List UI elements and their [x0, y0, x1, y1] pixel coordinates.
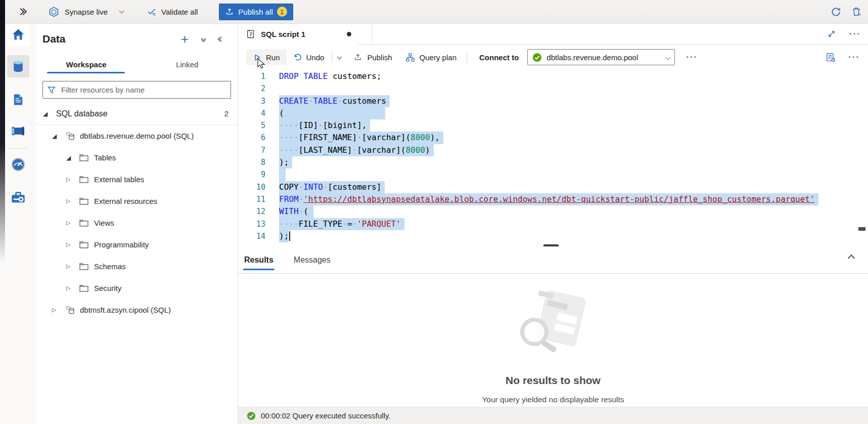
tree-item-programmability[interactable]: ▷Programmability: [36, 234, 238, 256]
query-plan-button[interactable]: Query plan: [405, 53, 456, 62]
line-number: 5: [238, 119, 265, 132]
tree-item-dbtmsft-azsyn-cipool-sql[interactable]: ▷dbtmsft.azsyn.cipool (SQL): [36, 299, 238, 321]
code-line-4[interactable]: 4(: [238, 107, 868, 119]
tree-item-external-resources[interactable]: ▷External resources: [36, 190, 238, 212]
synapse-studio-window: Synapse live Validate all Publish all 1: [0, 0, 868, 424]
expand-editor-icon[interactable]: [827, 29, 836, 38]
tree-item-views[interactable]: ▷Views: [36, 212, 238, 234]
line-number: 13: [238, 218, 265, 230]
tree-item-schemas[interactable]: ▷Schemas: [36, 256, 238, 277]
publish-all-icon: [225, 7, 234, 16]
tree-item-sql-database[interactable]: ◢SQL database2: [36, 103, 238, 125]
code-line-7[interactable]: 7····[LAST_NAME]·[varchar](8000): [238, 144, 868, 156]
tree-item-label: Tables: [94, 153, 116, 162]
code-line-text: FROM·'https://dbtlabsynapsedatalake.blob…: [279, 193, 818, 205]
collapse-all-icon[interactable]: [202, 36, 205, 41]
discard-trash-icon[interactable]: [851, 6, 862, 17]
top-command-bar: Synapse live Validate all Publish all 1: [0, 0, 868, 24]
code-line-11[interactable]: 11FROM·'https://dbtlabsynapsedatalake.bl…: [238, 193, 868, 205]
tab-linked[interactable]: Linked: [137, 55, 238, 73]
folder-icon: [79, 175, 90, 185]
nav-integrate[interactable]: [7, 120, 29, 142]
text-caret: [289, 231, 290, 241]
toolbar-more-icon[interactable]: ···: [686, 55, 698, 60]
validate-all-button[interactable]: Validate all: [147, 7, 198, 17]
expand-node-icon[interactable]: ▷: [52, 307, 65, 313]
line-number: 3: [238, 95, 265, 107]
publish-icon: [353, 53, 362, 62]
database-icon: [11, 59, 26, 74]
code-line-6[interactable]: 6····[FIRST_NAME]·[varchar](8000),: [238, 132, 868, 144]
nav-monitor[interactable]: [7, 153, 29, 176]
code-line-14[interactable]: 14);: [238, 230, 868, 242]
code-line-2[interactable]: 2: [238, 82, 868, 95]
expand-node-icon[interactable]: ▷: [66, 285, 79, 291]
tree-item-security[interactable]: ▷Security: [36, 277, 238, 299]
run-options-chevron-icon[interactable]: [337, 54, 342, 59]
mode-label: Synapse live: [65, 8, 108, 16]
collapse-node-icon[interactable]: ◢: [66, 154, 79, 161]
expand-menu-icon[interactable]: [18, 9, 26, 14]
expand-node-icon[interactable]: ▷: [66, 241, 79, 248]
code-line-8[interactable]: 8);: [238, 156, 868, 168]
editor-scrollbar-mark[interactable]: [858, 227, 865, 231]
code-line-9[interactable]: 9: [238, 168, 868, 181]
tab-workspace[interactable]: Workspace: [36, 55, 137, 73]
code-line-3[interactable]: 3CREATE·TABLE·customers: [238, 95, 868, 107]
code-line-12[interactable]: 12WITH·(: [238, 205, 868, 218]
view-settings-icon[interactable]: [825, 52, 836, 63]
undo-button[interactable]: Undo: [293, 53, 325, 62]
code-line-13[interactable]: 13····FILE_TYPE·=·'PARQUET': [238, 218, 868, 230]
add-resource-icon[interactable]: +: [181, 34, 189, 44]
code-line-5[interactable]: 5····[ID]·[bigint],: [238, 119, 868, 132]
status-message: 00:00:02 Query executed successfully.: [261, 411, 391, 420]
expand-node-icon[interactable]: ▷: [66, 198, 79, 204]
run-label: Run: [266, 53, 280, 62]
toolbox-icon: [11, 191, 26, 205]
code-line-1[interactable]: 1DROP TABLE customers;: [238, 70, 868, 82]
tab-sql-script-1[interactable]: SQL script 1: [238, 23, 372, 45]
empty-state-subtitle: Your query yielded no displayable result…: [238, 395, 868, 404]
sql-code-editor[interactable]: 1DROP TABLE customers;23CREATE·TABLE·cus…: [238, 69, 868, 248]
pool-select-dropdown[interactable]: dbtlabs.revenue.demo.pool: [527, 49, 675, 65]
mode-selector[interactable]: Synapse live: [48, 6, 123, 18]
navigation-rail: [0, 23, 36, 424]
expand-node-icon[interactable]: ▷: [66, 263, 79, 270]
mouse-cursor: [255, 58, 266, 70]
status-success-icon: [247, 411, 256, 420]
tab-messages[interactable]: Messages: [293, 246, 332, 273]
folder-icon: [79, 196, 90, 206]
line-number: 14: [238, 230, 265, 242]
unsaved-changes-dot: [347, 32, 351, 36]
expand-node-icon[interactable]: ▷: [66, 220, 79, 226]
publish-all-button[interactable]: Publish all 1: [219, 4, 293, 20]
collapse-panel-icon[interactable]: [218, 37, 223, 41]
data-panel-tabs: Workspace Linked: [36, 55, 238, 73]
rail-divider: [8, 148, 28, 149]
collapse-node-icon[interactable]: ◢: [52, 133, 65, 140]
line-number: 8: [238, 156, 265, 168]
nav-manage[interactable]: [7, 187, 29, 209]
tree-item-dbtlabs-revenue-demo-pool-sql[interactable]: ◢dbtlabs.revenue.demo.pool (SQL): [36, 125, 238, 147]
nav-data-active[interactable]: [7, 55, 29, 77]
mode-chevron-icon[interactable]: [119, 9, 124, 14]
code-line-10[interactable]: 10COPY·INTO·[customers]: [238, 181, 868, 193]
line-number: 4: [238, 107, 265, 119]
publish-button[interactable]: Publish: [353, 53, 392, 62]
tree-item-label: Programmability: [94, 240, 149, 249]
toolbar-overflow-icon[interactable]: ···: [848, 55, 860, 60]
tree-item-label: Views: [94, 219, 114, 227]
refresh-icon[interactable]: [830, 6, 842, 18]
filter-resources-input[interactable]: [60, 85, 226, 95]
nav-develop[interactable]: [7, 89, 29, 111]
no-results-empty-state: No results to show Your query yielded no…: [238, 273, 868, 404]
tab-results[interactable]: Results: [243, 246, 275, 273]
collapse-node-icon[interactable]: ◢: [43, 110, 56, 117]
connected-check-icon: [532, 53, 542, 62]
tab-more-icon[interactable]: ···: [849, 31, 861, 36]
expand-node-icon[interactable]: ▷: [66, 176, 79, 183]
tree-item-tables[interactable]: ◢Tables: [36, 147, 238, 168]
nav-home[interactable]: [7, 24, 29, 46]
tree-item-label: Security: [94, 284, 121, 292]
tree-item-external-tables[interactable]: ▷External tables: [36, 168, 238, 190]
